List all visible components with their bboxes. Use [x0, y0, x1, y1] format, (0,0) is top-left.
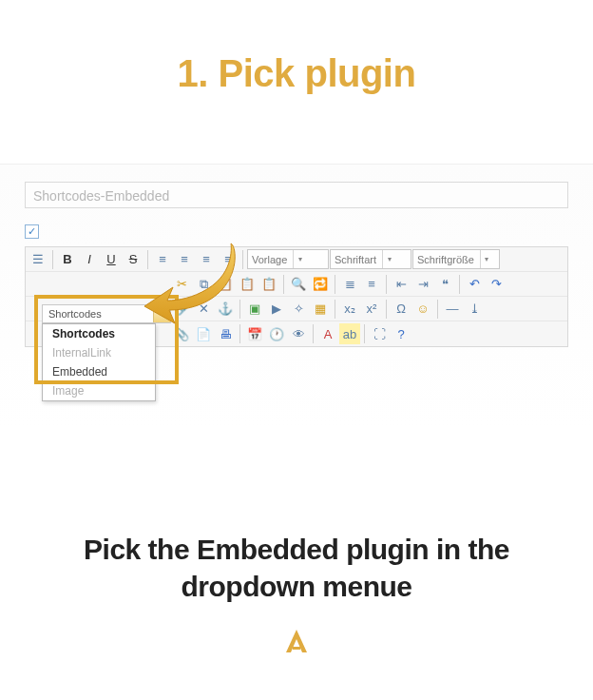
menu-item-image[interactable]: Image	[43, 381, 155, 400]
step-title: 1. Pick plugin	[0, 52, 593, 95]
time-button[interactable]: 🕐	[266, 323, 287, 344]
number-list-button[interactable]: ≡	[361, 274, 382, 295]
superscript-button[interactable]: x²	[361, 299, 382, 320]
post-title-input[interactable]: Shortcodes-Embedded	[25, 182, 568, 208]
menu-header: Shortcodes	[43, 324, 155, 343]
font-family-select[interactable]: Schriftart ▾	[330, 249, 411, 269]
chevron-down-icon: ▾	[480, 250, 493, 268]
doc-icon[interactable]: ☰	[28, 249, 48, 270]
strike-button[interactable]: S	[123, 249, 143, 270]
image-button[interactable]: ▣	[244, 299, 265, 320]
template-label: Vorlage	[252, 254, 287, 265]
copy-button[interactable]: ⧉	[193, 274, 214, 295]
anchor-button[interactable]: ⚓	[215, 299, 236, 320]
underline-button[interactable]: U	[101, 249, 122, 270]
menu-item-internallink[interactable]: InternalLink	[43, 343, 155, 362]
date-button[interactable]: 📅	[244, 323, 265, 344]
special-char-button[interactable]: Ω	[391, 299, 411, 320]
shortcodes-menu: Shortcodes InternalLink Embedded Image	[42, 323, 156, 401]
paste-word-button[interactable]: 📋	[258, 274, 279, 295]
svg-rect-0	[293, 647, 300, 650]
font-family-label: Schriftart	[335, 254, 376, 265]
chevron-down-icon: ▾	[382, 250, 395, 268]
paste-button[interactable]: 📋	[215, 274, 236, 295]
template-select[interactable]: Vorlage ▾	[247, 249, 329, 269]
replace-button[interactable]: 🔁	[310, 274, 331, 295]
unlink-button[interactable]: ✕	[193, 299, 214, 320]
highlight-button[interactable]: ab	[339, 323, 360, 344]
align-right-button[interactable]: ≡	[196, 249, 217, 270]
outdent-button[interactable]: ⇤	[391, 274, 411, 295]
hr-button[interactable]: —	[442, 299, 463, 320]
bullet-list-button[interactable]: ≣	[339, 274, 360, 295]
table-button[interactable]: ▦	[310, 299, 331, 320]
menu-item-embedded[interactable]: Embedded	[43, 362, 155, 381]
shortcodes-dropdown[interactable]: Shortcodes ▾ Shortcodes InternalLink Emb…	[42, 304, 171, 401]
media-button[interactable]: ▶	[266, 299, 287, 320]
paste-text-button[interactable]: 📋	[237, 274, 258, 295]
preview-button[interactable]: 👁	[288, 323, 309, 344]
step-caption: Pick the Embedded plugin in the dropdown…	[0, 531, 593, 605]
italic-button[interactable]: I	[79, 249, 100, 270]
undo-button[interactable]: ↶	[464, 274, 485, 295]
find-button[interactable]: 🔍	[288, 274, 309, 295]
fullscreen-button[interactable]: ⛶	[369, 323, 390, 344]
toolbar-row-1: ☰ B I U S ≡ ≡ ≡ ≡ Vorlage ▾ Schriftart ▾…	[26, 247, 567, 272]
shortcodes-label: Shortcodes	[43, 308, 153, 320]
bold-button[interactable]: B	[57, 249, 78, 270]
blockquote-button[interactable]: ❝	[434, 274, 455, 295]
clean-button[interactable]: ✧	[288, 299, 309, 320]
align-left-button[interactable]: ≡	[152, 249, 173, 270]
link-button[interactable]: 🔗	[171, 299, 192, 320]
cut-button[interactable]: ✂	[171, 274, 192, 295]
newdoc-button[interactable]: 📄	[193, 323, 214, 344]
brand-logo-icon	[284, 628, 309, 654]
align-justify-button[interactable]: ≡	[218, 249, 239, 270]
toolbar-row-2: ✂ ⧉ 📋 📋 📋 🔍 🔁 ≣ ≡ ⇤ ⇥ ❝ ↶ ↷	[26, 272, 567, 297]
redo-button[interactable]: ↷	[486, 274, 507, 295]
shortcodes-dropdown-trigger[interactable]: Shortcodes ▾	[42, 304, 171, 323]
font-color-button[interactable]: A	[317, 323, 338, 344]
attach-button[interactable]: 📎	[171, 323, 192, 344]
help-button[interactable]: ?	[391, 323, 411, 344]
checkbox[interactable]: ✓	[25, 224, 39, 239]
pagebreak-button[interactable]: ⤓	[464, 299, 485, 320]
align-center-button[interactable]: ≡	[174, 249, 195, 270]
indent-button[interactable]: ⇥	[412, 274, 433, 295]
print-button[interactable]: 🖶	[215, 323, 236, 344]
font-size-label: Schriftgröße	[417, 254, 474, 265]
emoticon-button[interactable]: ☺	[412, 299, 433, 320]
chevron-down-icon: ▾	[153, 305, 170, 322]
chevron-down-icon: ▾	[293, 250, 306, 268]
font-size-select[interactable]: Schriftgröße ▾	[412, 249, 500, 269]
subscript-button[interactable]: x₂	[339, 299, 360, 320]
